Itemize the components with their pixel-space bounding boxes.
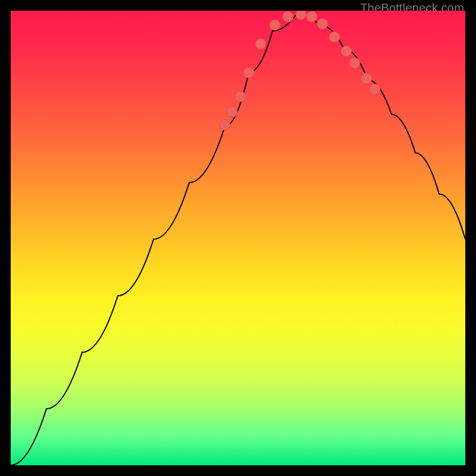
highlight-marker bbox=[329, 32, 340, 42]
highlight-marker bbox=[341, 46, 352, 57]
highlight-marker bbox=[270, 20, 280, 30]
highlight-marker bbox=[243, 67, 254, 78]
highlight-marker bbox=[349, 58, 360, 68]
highlight-marker bbox=[255, 39, 266, 49]
highlight-marker bbox=[369, 84, 380, 95]
chart-frame: TheBottleneck.com bbox=[0, 0, 476, 476]
highlight-marker bbox=[220, 120, 230, 130]
highlight-marker bbox=[306, 11, 317, 22]
bottleneck-curve bbox=[11, 14, 465, 465]
highlight-marker bbox=[317, 18, 328, 29]
plot-area bbox=[11, 11, 465, 465]
highlight-marker bbox=[296, 11, 306, 20]
highlight-marker bbox=[235, 91, 246, 102]
marker-group bbox=[220, 11, 380, 130]
highlight-marker bbox=[227, 107, 237, 117]
curve-svg bbox=[11, 11, 465, 465]
highlight-marker bbox=[283, 11, 293, 22]
highlight-marker bbox=[361, 73, 372, 84]
